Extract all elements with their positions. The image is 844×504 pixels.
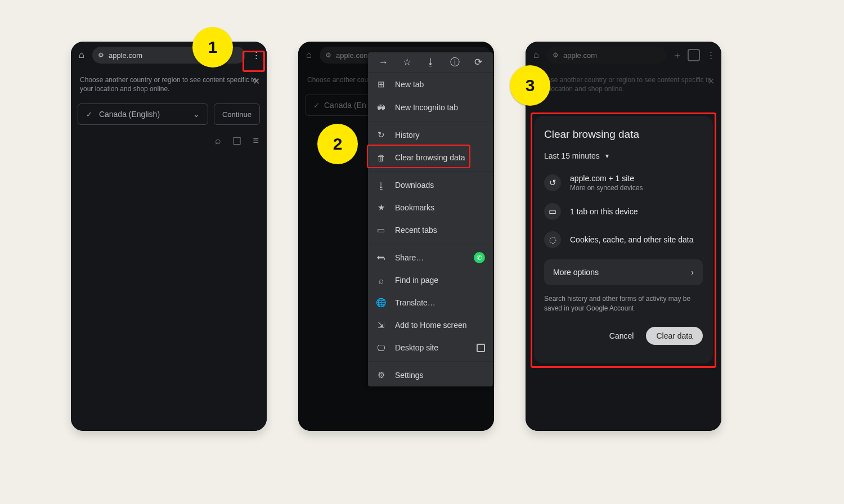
menu-label: Downloads [395, 181, 434, 190]
home-add-icon: ⇲ [376, 320, 386, 330]
chrome-toolbar: ⌂ ⚙ apple.com ⋮ [71, 42, 267, 69]
trash-icon: 🗑 [376, 153, 386, 163]
menu-label: Find in page [395, 276, 438, 285]
whatsapp-icon: ✆ [474, 252, 485, 263]
chevron-down-icon: ▾ [605, 152, 609, 160]
cookie-icon: ◌ [544, 231, 561, 248]
menu-desktop-site[interactable]: 🖵 Desktop site [368, 336, 493, 359]
download-icon: ⭳ [376, 181, 386, 190]
close-icon[interactable]: ✕ [253, 75, 260, 88]
info-icon[interactable]: ⓘ [450, 56, 460, 69]
bookmark-icon: ★ [376, 202, 386, 213]
tabs-count[interactable] [688, 49, 700, 61]
clear-data-button[interactable]: Clear data [646, 327, 703, 345]
menu-label: Recent tabs [395, 226, 437, 235]
chevron-down-icon: ⌄ [193, 110, 200, 119]
locale-select-row: ✓ Canada (English) ⌄ Continue [71, 104, 267, 125]
menu-label: Desktop site [395, 343, 438, 352]
clear-item-text: apple.com + 1 site [570, 174, 643, 183]
menu-toprow: → ☆ ⭳ ⓘ ⟳ [368, 52, 493, 73]
menu-share[interactable]: ⮪ Share… ✆ [368, 246, 493, 269]
menu-label: New tab [395, 80, 424, 89]
home-icon[interactable]: ⌂ [302, 48, 316, 62]
tune-icon: ⚙ [98, 51, 104, 59]
new-tab-icon[interactable]: ＋ [670, 48, 684, 62]
share-icon: ⮪ [376, 253, 386, 263]
clear-item-tabs: ▭ 1 tab on this device [544, 197, 703, 226]
home-icon[interactable]: ⌂ [74, 48, 89, 62]
locale-banner-text: Choose another country or region to see … [535, 76, 711, 93]
menu-recent-tabs[interactable]: ▭ Recent tabs [368, 219, 493, 241]
url-text: apple.con [336, 51, 367, 60]
menu-history[interactable]: ↻ History [368, 124, 493, 146]
search-icon[interactable]: ⌕ [215, 135, 221, 147]
continue-button[interactable]: Continue [214, 104, 260, 125]
overflow-menu-button[interactable]: ⋮ [703, 48, 718, 62]
locale-banner-text: Choose another country or region to see … [80, 76, 257, 93]
home-icon[interactable]: ⌂ [529, 48, 544, 62]
clear-item-sub: More on synced devices [570, 184, 643, 192]
time-range-label: Last 15 minutes [544, 151, 600, 160]
menu-clear-browsing-data[interactable]: 🗑 Clear browsing data [368, 146, 493, 169]
tab-icon: ▭ [544, 203, 561, 220]
star-icon[interactable]: ☆ [403, 56, 411, 68]
checkbox-unchecked[interactable] [477, 344, 485, 352]
bag-icon[interactable]: ☐ [232, 135, 241, 147]
hamburger-icon[interactable]: ≡ [253, 135, 259, 147]
step-marker-2: 2 [317, 124, 358, 164]
menu-new-tab[interactable]: ⊞ New tab [368, 73, 493, 96]
menu-label: Settings [395, 371, 424, 380]
menu-find[interactable]: ⌕ Find in page [368, 269, 493, 291]
step-marker-1: 1 [192, 27, 233, 68]
more-options-label: More options [553, 268, 599, 277]
step-marker-3: 3 [510, 65, 550, 106]
history-icon: ↻ [376, 130, 386, 140]
clear-item-text: 1 tab on this device [570, 207, 638, 216]
locale-banner-text: Choose another countr [307, 76, 376, 84]
tune-icon: ⚙ [553, 51, 559, 59]
more-options-button[interactable]: More options › [544, 259, 703, 285]
clear-item-history: ↺ apple.com + 1 site More on synced devi… [544, 168, 703, 197]
tune-icon: ⚙ [325, 51, 331, 59]
menu-label: New Incognito tab [395, 103, 458, 112]
clear-item-cookies: ◌ Cookies, cache, and other site data [544, 226, 703, 254]
find-icon: ⌕ [376, 276, 386, 285]
menu-label: Add to Home screen [395, 321, 467, 330]
region-select[interactable]: ✓ Canada (English) ⌄ [78, 104, 208, 125]
url-text: apple.com [563, 51, 597, 60]
tutorial-stage: ⌂ ⚙ apple.com ⋮ Choose another country o… [0, 0, 844, 504]
chrome-toolbar: ⌂ ⚙ apple.com ＋ ⋮ [526, 42, 721, 69]
clear-item-text: Cookies, cache, and other site data [570, 235, 693, 244]
translate-icon: 🌐 [376, 298, 386, 308]
reload-icon[interactable]: ⟳ [474, 56, 482, 68]
url-text: apple.com [109, 51, 142, 60]
recent-tabs-icon: ▭ [376, 225, 386, 235]
menu-translate[interactable]: 🌐 Translate… [368, 291, 493, 314]
overflow-menu-button[interactable]: ⋮ [249, 48, 263, 62]
menu-label: Share… [395, 253, 424, 262]
clear-data-dialog: Clear browsing data Last 15 minutes ▾ ↺ … [534, 116, 713, 363]
menu-incognito[interactable]: 🕶 New Incognito tab [368, 96, 493, 119]
cancel-button[interactable]: Cancel [605, 328, 639, 344]
dialog-note: Search history and other forms of activi… [544, 294, 703, 313]
time-range-select[interactable]: Last 15 minutes ▾ [544, 151, 609, 160]
locale-banner: Choose another country or region to see … [526, 69, 721, 100]
menu-label: Bookmarks [395, 203, 434, 212]
close-icon[interactable]: ✕ [707, 75, 715, 88]
locale-banner: Choose another country or region to see … [71, 69, 267, 100]
check-icon: ✓ [313, 101, 320, 110]
menu-label: History [395, 130, 420, 140]
menu-downloads[interactable]: ⭳ Downloads [368, 174, 493, 196]
overflow-menu: → ☆ ⭳ ⓘ ⟳ ⊞ New tab 🕶 New Incognito tab … [368, 52, 493, 386]
menu-label: Clear browsing data [395, 153, 465, 162]
gear-icon: ⚙ [376, 370, 386, 380]
url-bar[interactable]: ⚙ apple.com [547, 47, 666, 64]
download-icon[interactable]: ⭳ [426, 57, 436, 68]
menu-add-home[interactable]: ⇲ Add to Home screen [368, 314, 493, 336]
menu-settings[interactable]: ⚙ Settings [368, 364, 493, 386]
region-label: Canada (English) [99, 110, 160, 119]
menu-bookmarks[interactable]: ★ Bookmarks [368, 196, 493, 219]
apple-nav: ⌕ ☐ ≡ [71, 129, 267, 153]
forward-icon[interactable]: → [379, 57, 388, 68]
menu-label: Translate… [395, 298, 436, 307]
